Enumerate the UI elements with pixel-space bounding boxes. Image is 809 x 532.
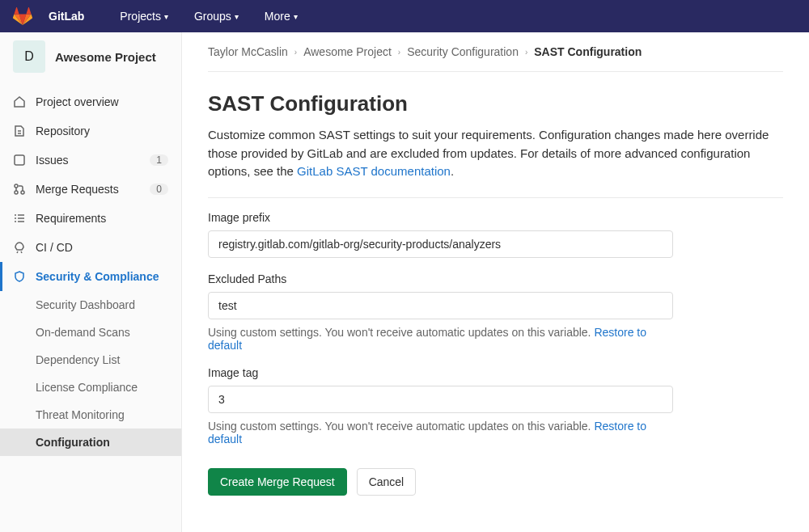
chevron-down-icon: ▾ [294, 12, 298, 21]
sidebar-label: Project overview [36, 95, 168, 108]
project-name: Awesome Project [55, 50, 156, 64]
sidebar-label: Repository [36, 125, 168, 137]
image-tag-label: Image tag [208, 366, 673, 379]
excluded-paths-help: Using custom settings. You won't receive… [208, 326, 673, 352]
sidebar-label: Requirements [36, 212, 168, 225]
sidebar: D Awesome Project Project overview Repos… [0, 32, 182, 532]
chevron-right-icon: › [294, 48, 297, 57]
nav-groups-label: Groups [194, 10, 231, 23]
chevron-down-icon: ▾ [235, 12, 239, 21]
shield-icon [13, 270, 26, 283]
create-mr-button[interactable]: Create Merge Request [208, 468, 347, 496]
sidebar-item-repository[interactable]: Repository [0, 116, 181, 146]
nav-projects-label: Projects [120, 10, 161, 23]
help-text: Using custom settings. You won't receive… [208, 326, 594, 339]
brand-name[interactable]: GitLab [49, 10, 84, 23]
page-desc-suffix: . [451, 164, 454, 178]
sidebar-label: Security & Compliance [36, 270, 168, 283]
svg-point-3 [21, 191, 24, 194]
merge-icon [13, 183, 26, 196]
list-icon [13, 212, 26, 225]
svg-point-1 [15, 184, 18, 188]
mr-count-badge: 0 [150, 184, 168, 195]
form-actions: Create Merge Request Cancel [208, 468, 783, 496]
file-icon [13, 125, 26, 137]
sidebar-subitem-license[interactable]: License Compliance [0, 374, 181, 401]
sidebar-subitem-threat[interactable]: Threat Monitoring [0, 401, 181, 429]
sidebar-item-cicd[interactable]: CI / CD [0, 233, 181, 262]
main-content: Taylor McCaslin › Awesome Project › Secu… [182, 32, 809, 532]
form-group-image-prefix: Image prefix [208, 211, 673, 258]
home-icon [13, 95, 26, 108]
cancel-button[interactable]: Cancel [357, 468, 417, 496]
svg-point-2 [15, 191, 18, 194]
nav-more-label: More [265, 10, 290, 23]
sidebar-label: Merge Requests [36, 183, 140, 196]
sidebar-item-overview[interactable]: Project overview [0, 87, 181, 116]
image-prefix-label: Image prefix [208, 211, 673, 224]
top-nav: GitLab Projects ▾ Groups ▾ More ▾ [0, 0, 809, 32]
rocket-icon [13, 241, 26, 254]
sidebar-subitems: Security Dashboard On-demand Scans Depen… [0, 291, 181, 456]
image-tag-help: Using custom settings. You won't receive… [208, 420, 673, 445]
sidebar-label: Issues [36, 154, 140, 167]
svg-rect-0 [15, 155, 24, 165]
sidebar-item-requirements[interactable]: Requirements [0, 204, 181, 233]
excluded-paths-input[interactable] [208, 292, 673, 319]
sidebar-item-security[interactable]: Security & Compliance [0, 262, 181, 291]
help-text: Using custom settings. You won't receive… [208, 420, 594, 433]
nav-groups[interactable]: Groups ▾ [184, 10, 248, 23]
sidebar-items: Project overview Repository Issues 1 [0, 81, 181, 456]
sidebar-subitem-dependency[interactable]: Dependency List [0, 346, 181, 374]
chevron-down-icon: ▾ [164, 12, 168, 21]
image-prefix-input[interactable] [208, 230, 673, 258]
page-description: Customize common SAST settings to suit y… [208, 126, 783, 198]
chevron-right-icon: › [398, 48, 400, 57]
form-group-image-tag: Image tag Using custom settings. You won… [208, 366, 673, 445]
project-avatar: D [13, 40, 45, 73]
nav-projects[interactable]: Projects ▾ [110, 10, 178, 23]
sidebar-label: CI / CD [36, 241, 168, 254]
breadcrumb: Taylor McCaslin › Awesome Project › Secu… [208, 45, 783, 72]
sast-docs-link[interactable]: GitLab SAST documentation [297, 164, 451, 178]
issues-icon [13, 154, 26, 167]
breadcrumb-section[interactable]: Security Configuration [407, 45, 519, 58]
project-header[interactable]: D Awesome Project [0, 32, 181, 81]
sidebar-item-merge-requests[interactable]: Merge Requests 0 [0, 175, 181, 204]
image-tag-input[interactable] [208, 386, 673, 413]
page-title: SAST Configuration [208, 91, 783, 116]
excluded-paths-label: Excluded Paths [208, 272, 673, 285]
sidebar-subitem-dashboard[interactable]: Security Dashboard [0, 291, 181, 319]
breadcrumb-root[interactable]: Taylor McCaslin [208, 45, 288, 58]
sidebar-subitem-configuration[interactable]: Configuration [0, 429, 181, 456]
breadcrumb-project[interactable]: Awesome Project [303, 45, 392, 58]
sidebar-subitem-ondemand[interactable]: On-demand Scans [0, 319, 181, 346]
sidebar-item-issues[interactable]: Issues 1 [0, 146, 181, 175]
page-desc-text: Customize common SAST settings to suit y… [208, 128, 769, 178]
nav-more[interactable]: More ▾ [255, 10, 307, 23]
issues-count-badge: 1 [150, 154, 168, 166]
form-group-excluded-paths: Excluded Paths Using custom settings. Yo… [208, 272, 673, 352]
breadcrumb-page: SAST Configuration [534, 45, 642, 58]
chevron-right-icon: › [525, 48, 527, 57]
gitlab-logo-icon[interactable] [13, 6, 32, 26]
